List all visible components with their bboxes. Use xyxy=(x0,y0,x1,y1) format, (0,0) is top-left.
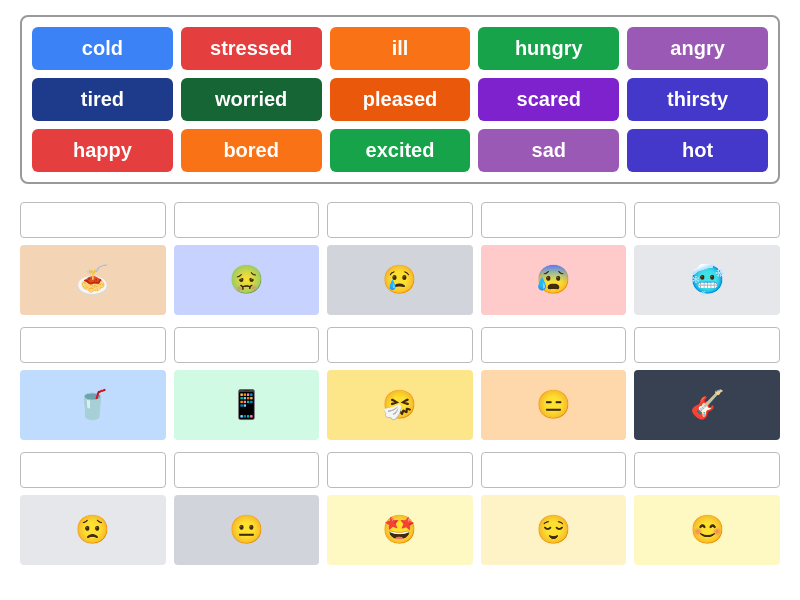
image-cell-1-5: 🥶 xyxy=(634,242,780,317)
image-man: 😐 xyxy=(174,495,320,565)
image-cell-3-2: 😐 xyxy=(174,492,320,567)
image-cell-3-4: 😌 xyxy=(481,492,627,567)
word-cold[interactable]: cold xyxy=(32,27,173,70)
image-cell-1-2: 🤢 xyxy=(174,242,320,317)
image-cell-3-3: 🤩 xyxy=(327,492,473,567)
drop-box-2-2[interactable] xyxy=(174,327,320,363)
image-worried: 😟 xyxy=(20,495,166,565)
image-happy: 😊 xyxy=(634,495,780,565)
image-cell-2-2: 📱 xyxy=(174,367,320,442)
image-cell-3-1: 😟 xyxy=(20,492,166,567)
drop-box-1-3[interactable] xyxy=(327,202,473,238)
word-hot[interactable]: hot xyxy=(627,129,768,172)
drop-box-2-1[interactable] xyxy=(20,327,166,363)
drop-box-2-5[interactable] xyxy=(634,327,780,363)
word-thirsty[interactable]: thirsty xyxy=(627,78,768,121)
word-bored[interactable]: bored xyxy=(181,129,322,172)
image-cell-1-3: 😢 xyxy=(327,242,473,317)
drop-box-3-2[interactable] xyxy=(174,452,320,488)
word-grid: cold stressed ill hungry angry tired wor… xyxy=(20,15,780,184)
drop-box-3-5[interactable] xyxy=(634,452,780,488)
drop-box-3-3[interactable] xyxy=(327,452,473,488)
word-worried[interactable]: worried xyxy=(181,78,322,121)
drop-row-1 xyxy=(20,202,780,238)
image-cell-2-5: 🎸 xyxy=(634,367,780,442)
drop-box-3-1[interactable] xyxy=(20,452,166,488)
image-phone: 📱 xyxy=(174,370,320,440)
image-sick: 🤢 xyxy=(174,245,320,315)
drop-box-1-5[interactable] xyxy=(634,202,780,238)
image-sad-child: 😢 xyxy=(327,245,473,315)
image-cell-2-1: 🥤 xyxy=(20,367,166,442)
image-row-3: 😟 😐 🤩 😌 😊 xyxy=(20,492,780,567)
image-thirsty: 🥤 xyxy=(20,370,166,440)
word-angry[interactable]: angry xyxy=(627,27,768,70)
image-cell-2-4: 😑 xyxy=(481,367,627,442)
word-excited[interactable]: excited xyxy=(330,129,471,172)
image-bored: 😑 xyxy=(481,370,627,440)
image-row-1: 🍝 🤢 😢 😰 🥶 xyxy=(20,242,780,317)
image-dark: 🎸 xyxy=(634,370,780,440)
image-stressed: 😰 xyxy=(481,245,627,315)
drop-box-1-4[interactable] xyxy=(481,202,627,238)
word-hungry[interactable]: hungry xyxy=(478,27,619,70)
drop-row-2 xyxy=(20,327,780,363)
drop-row-3 xyxy=(20,452,780,488)
drop-box-1-1[interactable] xyxy=(20,202,166,238)
image-ill: 🤧 xyxy=(327,370,473,440)
drop-box-2-3[interactable] xyxy=(327,327,473,363)
image-cell-3-5: 😊 xyxy=(634,492,780,567)
image-cell-1-4: 😰 xyxy=(481,242,627,317)
word-happy[interactable]: happy xyxy=(32,129,173,172)
word-scared[interactable]: scared xyxy=(478,78,619,121)
word-stressed[interactable]: stressed xyxy=(181,27,322,70)
image-cold: 🥶 xyxy=(634,245,780,315)
word-sad[interactable]: sad xyxy=(478,129,619,172)
image-pleased: 😌 xyxy=(481,495,627,565)
image-excited: 🤩 xyxy=(327,495,473,565)
drop-box-1-2[interactable] xyxy=(174,202,320,238)
drop-box-3-4[interactable] xyxy=(481,452,627,488)
word-ill[interactable]: ill xyxy=(330,27,471,70)
image-cell-1-1: 🍝 xyxy=(20,242,166,317)
drop-box-2-4[interactable] xyxy=(481,327,627,363)
image-row-2: 🥤 📱 🤧 😑 🎸 xyxy=(20,367,780,442)
image-cell-2-3: 🤧 xyxy=(327,367,473,442)
word-pleased[interactable]: pleased xyxy=(330,78,471,121)
word-tired[interactable]: tired xyxy=(32,78,173,121)
image-eating: 🍝 xyxy=(20,245,166,315)
